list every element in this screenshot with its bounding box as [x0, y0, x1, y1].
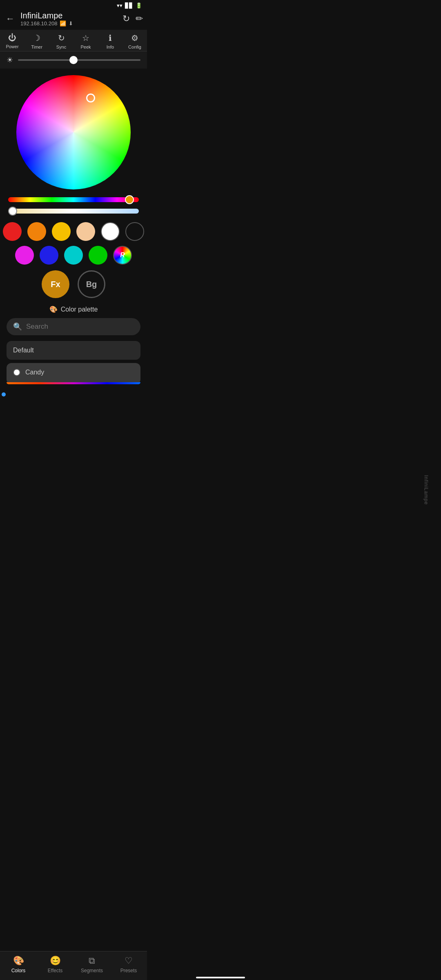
swatch-green[interactable]: [89, 246, 107, 265]
hue-thumb[interactable]: [125, 195, 134, 204]
search-input[interactable]: [26, 323, 134, 331]
status-bar: ▾▾ ▊▊ 🔋: [0, 0, 147, 9]
toolbar-config[interactable]: ⚙ Config: [122, 33, 147, 49]
palette-header: 🎨 Color palette: [0, 305, 147, 313]
swatch-cyan[interactable]: [64, 246, 83, 265]
color-wheel[interactable]: [16, 75, 131, 189]
toolbar-peek[interactable]: ☆ Peek: [74, 33, 98, 49]
search-icon: 🔍: [13, 322, 22, 331]
swatch-white[interactable]: [101, 222, 120, 241]
refresh-button[interactable]: ↻: [122, 13, 130, 24]
header-actions: ↻ ✏: [122, 13, 143, 24]
white-track[interactable]: [8, 209, 139, 214]
toolbar-info[interactable]: ℹ Info: [98, 33, 122, 49]
blue-dot-indicator: [2, 392, 6, 396]
brightness-slider-track[interactable]: [18, 59, 140, 61]
peek-icon: ☆: [82, 33, 89, 43]
power-icon: ⏻: [8, 33, 16, 42]
swatch-yellow[interactable]: [52, 222, 71, 241]
brightness-row: ☀: [0, 51, 147, 69]
palette-title: Color palette: [61, 306, 98, 313]
toolbar-peek-label: Peek: [80, 45, 91, 49]
fx-bg-row: Fx Bg: [0, 270, 147, 298]
brightness-thumb[interactable]: [69, 56, 78, 64]
swatch-blue[interactable]: [40, 246, 58, 265]
white-slider-row[interactable]: [8, 207, 139, 215]
swatches-section: R: [0, 222, 147, 265]
swatch-black[interactable]: [125, 222, 144, 241]
swatch-peach[interactable]: [76, 222, 95, 241]
palette-list: Default Candy: [7, 341, 140, 384]
swatch-row-2: R: [15, 246, 132, 265]
header-title-block: InfiniLampe 192.168.10.208 📶 ⬇: [20, 11, 118, 27]
active-dot: [13, 369, 20, 376]
swatch-orange[interactable]: [27, 222, 46, 241]
wheel-cursor[interactable]: [86, 94, 95, 102]
app-title: InfiniLampe: [20, 11, 118, 20]
signal-icon: ▊▊: [125, 2, 133, 9]
toolbar-info-label: Info: [107, 45, 114, 49]
edit-button[interactable]: ✏: [136, 13, 143, 24]
palette-item-candy[interactable]: Candy: [7, 363, 140, 384]
config-icon: ⚙: [131, 33, 138, 43]
swatch-magenta[interactable]: [15, 246, 34, 265]
brightness-icon: ☀: [7, 56, 13, 65]
download-icon: ⬇: [69, 20, 73, 27]
color-wheel-container[interactable]: [16, 75, 131, 189]
hue-track[interactable]: [8, 197, 139, 202]
ip-address: 192.168.10.208: [20, 20, 57, 27]
swatch-row-1: [3, 222, 144, 241]
header-subtitle: 192.168.10.208 📶 ⬇: [20, 20, 118, 27]
header: ← InfiniLampe 192.168.10.208 📶 ⬇ ↻ ✏: [0, 9, 147, 30]
toolbar-timer-label: Timer: [31, 45, 42, 49]
timer-icon: ☽: [33, 33, 40, 43]
white-thumb[interactable]: [8, 207, 17, 216]
wifi-status-icon: 📶: [60, 20, 66, 27]
swatch-rainbow[interactable]: R: [113, 246, 132, 265]
palette-icon: 🎨: [49, 305, 58, 313]
toolbar-timer[interactable]: ☽ Timer: [24, 33, 49, 49]
search-bar[interactable]: 🔍: [7, 318, 140, 335]
back-button[interactable]: ←: [4, 12, 16, 26]
info-icon: ℹ: [109, 33, 112, 43]
fx-button[interactable]: Fx: [42, 270, 69, 298]
toolbar: ⏻ Power ☽ Timer ↻ Sync ☆ Peek ℹ Info ⚙ C…: [0, 30, 147, 51]
palette-item-default[interactable]: Default: [7, 341, 140, 360]
swatch-red[interactable]: [3, 222, 22, 241]
candy-gradient: [7, 382, 140, 384]
toolbar-sync-label: Sync: [56, 45, 66, 49]
toolbar-power-label: Power: [6, 44, 18, 49]
color-wheel-section: [0, 69, 147, 215]
toolbar-sync[interactable]: ↻ Sync: [49, 33, 74, 49]
wifi-icon: ▾▾: [117, 2, 122, 9]
toolbar-power[interactable]: ⏻ Power: [0, 33, 24, 49]
toolbar-config-label: Config: [128, 45, 141, 49]
battery-icon: 🔋: [136, 2, 142, 9]
candy-label: Candy: [25, 369, 44, 376]
hue-slider-row[interactable]: [8, 196, 139, 203]
sync-icon: ↻: [58, 33, 65, 43]
bg-button[interactable]: Bg: [78, 270, 105, 298]
